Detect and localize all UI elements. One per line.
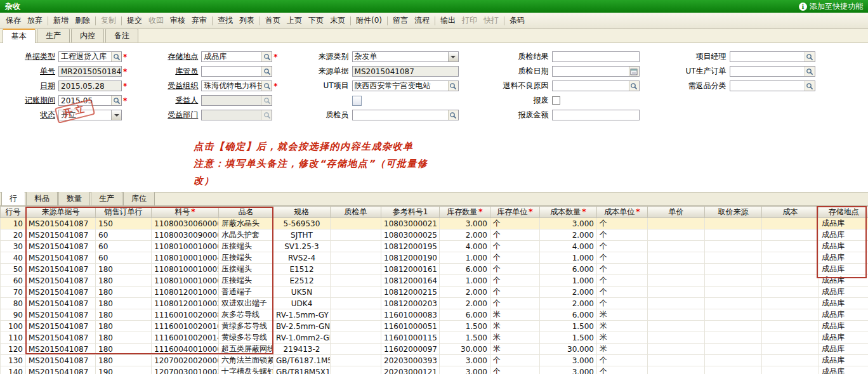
cell-cost-qty[interactable]: 2.000: [540, 298, 597, 309]
table-row[interactable]: 130MS2015041087180120700200200002X六角法兰面锁…: [1, 355, 868, 366]
lookup-icon[interactable]: [805, 81, 815, 91]
cell-cost-qty[interactable]: 1.000: [540, 252, 597, 264]
cell-stock-qty[interactable]: 4.000: [440, 241, 490, 252]
cell-item-name[interactable]: 六角法兰面锁紧...: [219, 355, 273, 366]
cell-item-name[interactable]: 压接端头: [219, 241, 273, 252]
cell-cost-qty[interactable]: 3.000: [540, 355, 597, 366]
cell-line-no[interactable]: 120: [1, 344, 26, 355]
cell-item-code[interactable]: 120700300100020X: [152, 366, 219, 374]
cell-sales-order-line[interactable]: 180: [96, 264, 152, 275]
cell-source-doc-no[interactable]: MS2015041087: [26, 309, 96, 321]
field-doc-no[interactable]: MR2015050184: [58, 66, 122, 77]
cell-qc-doc[interactable]: [331, 298, 381, 309]
field-label-doc-no[interactable]: 单号: [13, 66, 58, 77]
cell-stock-unit[interactable]: 个: [490, 275, 540, 287]
toolbar-button-first-page[interactable]: 首页: [262, 13, 284, 28]
cell-cost-qty[interactable]: 2.000: [540, 229, 597, 241]
grid-tab-item[interactable]: 料品: [26, 191, 58, 205]
grid-tab-row[interactable]: 行: [1, 191, 25, 205]
cell-stock-qty[interactable]: 3.000: [440, 366, 490, 374]
lookup-icon[interactable]: [448, 110, 458, 120]
cell-sales-order-line[interactable]: 60: [96, 241, 152, 252]
toolbar-button-last-page[interactable]: 末页: [327, 13, 348, 28]
cell-unit-price[interactable]: [648, 275, 705, 287]
cell-cost-unit[interactable]: 个: [597, 252, 648, 264]
lookup-icon[interactable]: [111, 52, 121, 61]
cell-source-doc-no[interactable]: MS2015041087: [26, 321, 96, 332]
field-qc-result[interactable]: [552, 51, 640, 62]
cell-cost[interactable]: [762, 309, 819, 321]
table-row[interactable]: 40MS201504108760110801000100043X压接端头RVS2…: [1, 252, 868, 264]
cell-cost-qty[interactable]: 6.000: [540, 309, 597, 321]
cell-ref-item-1[interactable]: 11601000051: [381, 321, 440, 332]
memo-icon[interactable]: [352, 96, 362, 106]
field-label-period[interactable]: 记账期间: [13, 95, 58, 106]
cell-spec[interactable]: E1512: [273, 264, 331, 275]
toolbar-button-unapprove[interactable]: 弃审: [188, 13, 210, 28]
column-header-stock-unit[interactable]: 库存单位*: [490, 207, 540, 218]
cell-sales-order-line[interactable]: 180: [96, 287, 152, 298]
column-header-unit-price[interactable]: 单价: [648, 207, 705, 218]
cell-cost[interactable]: [762, 355, 819, 366]
cell-spec[interactable]: E2512: [273, 275, 331, 287]
column-header-spec[interactable]: 规格: [273, 207, 331, 218]
cell-line-no[interactable]: 30: [1, 241, 26, 252]
cell-item-code[interactable]: 110801200100026X: [152, 298, 219, 309]
cell-qc-doc[interactable]: [331, 344, 381, 355]
cell-item-code[interactable]: 111600100200101X: [152, 321, 219, 332]
field-ut-prod-order[interactable]: [730, 66, 815, 77]
table-row[interactable]: 80MS2015041087180110801200100026X双进双出端子U…: [1, 298, 868, 309]
toolbar-button-flow[interactable]: 流程: [411, 13, 433, 28]
checkbox-scrap[interactable]: [552, 96, 560, 105]
cell-ref-item-1[interactable]: 11601000083: [381, 309, 440, 321]
field-label-benefit-dept[interactable]: 受益部门: [162, 110, 201, 120]
table-row[interactable]: 20MS201504108760110800300900001X水晶头护套SJT…: [1, 229, 868, 241]
cell-cost[interactable]: [762, 264, 819, 275]
cell-sales-order-line[interactable]: 60: [96, 229, 152, 241]
cell-spec[interactable]: GB/T818M5X10: [273, 366, 331, 374]
cell-stock-unit[interactable]: 个: [490, 241, 540, 252]
calendar-icon[interactable]: [629, 67, 639, 76]
cell-cost-qty[interactable]: 4.000: [540, 241, 597, 252]
column-header-storage[interactable]: 存储地点: [819, 207, 868, 218]
cell-source-doc-no[interactable]: MS2015041087: [26, 229, 96, 241]
field-label-status[interactable]: 状态: [13, 110, 58, 120]
cell-item-code[interactable]: 110801000100066X: [152, 275, 219, 287]
lookup-icon[interactable]: [805, 67, 815, 76]
cell-ref-item-1[interactable]: 20203000121: [381, 366, 440, 374]
toolbar-button-next-page[interactable]: 下页: [305, 13, 327, 28]
cell-item-name[interactable]: 灰多芯导线: [219, 309, 273, 321]
cell-source-doc-no[interactable]: MS2015041087: [26, 355, 96, 366]
lookup-icon[interactable]: [261, 81, 272, 91]
cell-line-no[interactable]: 140: [1, 366, 26, 374]
cell-price-source[interactable]: [705, 298, 762, 309]
cell-cost-unit[interactable]: 米: [597, 332, 648, 344]
cell-ref-item-1[interactable]: 11602000097: [381, 344, 440, 355]
cell-ref-item-1[interactable]: 10812000203: [381, 298, 440, 309]
field-benefit-org[interactable]: 珠海优特电力科技股份: [201, 81, 272, 91]
field-label-beneficiary[interactable]: 受益人: [162, 95, 201, 106]
cell-item-code[interactable]: 111600100200140X: [152, 332, 219, 344]
column-header-cost[interactable]: 成本: [762, 207, 819, 218]
table-row[interactable]: 110MS2015041087180111600100200140X黄绿多芯导线…: [1, 332, 868, 344]
cell-line-no[interactable]: 10: [1, 218, 26, 229]
cell-stock-unit[interactable]: 个: [490, 218, 540, 229]
cell-cost-qty[interactable]: 6.000: [540, 264, 597, 275]
cell-source-doc-no[interactable]: MS2015041087: [26, 264, 96, 275]
cell-unit-price[interactable]: [648, 252, 705, 264]
cell-stock-qty[interactable]: 6.000: [440, 264, 490, 275]
cell-storage[interactable]: 成品库: [819, 218, 868, 229]
cell-ref-item-1[interactable]: 10803000025: [381, 229, 440, 241]
cell-unit-price[interactable]: [648, 344, 705, 355]
cell-item-code[interactable]: 120700200200002X: [152, 355, 219, 366]
cell-line-no[interactable]: 90: [1, 309, 26, 321]
cell-cost-qty[interactable]: 1.500: [540, 332, 597, 344]
cell-price-source[interactable]: [705, 321, 762, 332]
cell-storage[interactable]: 成品库: [819, 298, 868, 309]
lookup-icon[interactable]: [111, 96, 121, 105]
cell-item-name[interactable]: 水晶头护套: [219, 229, 273, 241]
field-warehouse-keeper[interactable]: [201, 66, 272, 77]
dropdown-arrow-icon[interactable]: [111, 110, 121, 120]
cell-stock-unit[interactable]: 米: [490, 344, 540, 355]
cell-stock-unit[interactable]: 个: [490, 355, 540, 366]
